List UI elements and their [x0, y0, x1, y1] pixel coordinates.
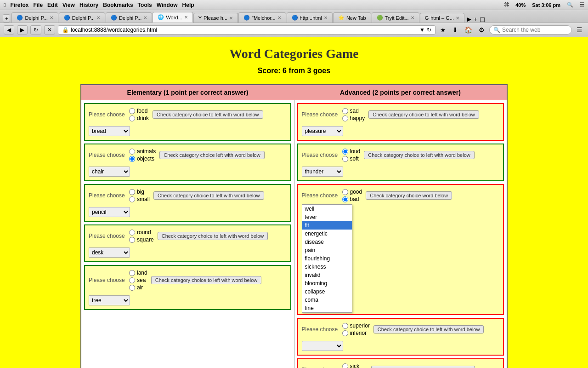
adv-q5-check-btn[interactable]: Check category choice eft with word belo…	[371, 366, 475, 368]
adv-q1-check-btn[interactable]: Check category choice to left with word …	[368, 110, 479, 119]
adv-q2-radio-loud[interactable]	[342, 149, 348, 155]
elem-q1-select[interactable]: bread butter	[89, 126, 130, 136]
adv-q3-dropdown[interactable]: well fever fit energetic disease pain fl…	[302, 204, 352, 313]
elem-q4-select[interactable]: desk	[89, 247, 130, 258]
elem-q5-option-air[interactable]: air	[129, 284, 147, 291]
settings-icon[interactable]: ⚙	[477, 25, 486, 34]
elem-q1-radio-food[interactable]	[129, 108, 135, 114]
adv-q4-check-btn[interactable]: Check category choice to left with word …	[373, 325, 484, 334]
elem-q3-option-big[interactable]: big	[129, 189, 150, 195]
elem-q3-radio-big[interactable]	[129, 189, 135, 195]
tab-close-0[interactable]: ✕	[50, 15, 53, 20]
elem-q3-radio-small[interactable]	[129, 196, 135, 202]
elem-q4-option-round[interactable]: round	[129, 229, 154, 236]
stop-button[interactable]: ✕	[44, 25, 55, 34]
tab-8[interactable]: 🟢 Tryit Edit... ✕	[372, 12, 419, 23]
tab-2[interactable]: 🔵 Delphi P... ✕	[106, 12, 152, 23]
menu-bookmarks[interactable]: Bookmarks	[103, 2, 133, 8]
adv-q1-option-sad[interactable]: sad	[342, 108, 365, 114]
adv-q4-radio-inferior[interactable]	[342, 330, 348, 336]
elem-q3-check-btn[interactable]: Check category choice to left with word …	[153, 191, 264, 200]
elem-q2-radio-animals[interactable]	[129, 149, 135, 155]
elem-q5-check-btn[interactable]: Check category choice to left with word …	[151, 276, 262, 284]
adv-q3-option-bad[interactable]: bad	[342, 196, 362, 202]
elem-q2-option-animals[interactable]: animals	[129, 148, 156, 155]
menu-help[interactable]: Help	[182, 2, 194, 8]
elem-q5-radio-sea[interactable]	[129, 277, 135, 283]
dropdown-item-disease[interactable]: disease	[302, 238, 352, 246]
elem-q5-radio-land[interactable]	[129, 270, 135, 276]
address-bar[interactable]: 🔒 localhost:8888/wordcategories.html ▼ ↻	[58, 25, 435, 34]
tab-6[interactable]: 🔵 http...html ✕	[287, 12, 333, 23]
adv-q2-radio-soft[interactable]	[342, 156, 348, 162]
adv-q1-option-happy[interactable]: happy	[342, 115, 365, 121]
menu-edit[interactable]: Edit	[47, 2, 58, 8]
tab-close-4[interactable]: ✕	[229, 16, 233, 21]
adv-q4-select[interactable]	[302, 341, 343, 351]
adv-q5-radio-sick[interactable]	[342, 363, 348, 368]
dropdown-item-invalid[interactable]: invalid	[302, 271, 352, 279]
menu-firefox[interactable]: Firefox	[10, 2, 28, 8]
elem-q1-option-drink[interactable]: drink	[129, 115, 149, 121]
elem-q1-option-food[interactable]: food	[129, 108, 149, 114]
elem-q4-option-square[interactable]: square	[129, 236, 154, 243]
adv-q5-option-sick[interactable]: sick	[342, 363, 368, 368]
tab-4[interactable]: Y Please h... ✕	[193, 13, 238, 23]
dropdown-item-pain[interactable]: pain	[302, 246, 352, 254]
dropdown-item-fit[interactable]: fit	[302, 221, 352, 230]
elem-q5-radio-air[interactable]	[129, 285, 135, 291]
new-tab-button[interactable]: +	[3, 14, 10, 23]
elem-q1-check-btn[interactable]: Check category choice to left with word …	[153, 110, 263, 119]
adv-q2-check-btn[interactable]: Check category choice to left with word …	[364, 151, 475, 159]
elem-q2-check-btn[interactable]: Check category choice left with word bel…	[159, 151, 264, 159]
new-tab-plus[interactable]: +	[474, 16, 477, 23]
elem-q5-option-sea[interactable]: sea	[129, 277, 147, 283]
elem-q5-option-land[interactable]: land	[129, 270, 147, 276]
elem-q3-option-small[interactable]: small	[129, 196, 150, 202]
adv-q3-option-good[interactable]: good	[342, 189, 362, 195]
menu-hamburger-icon[interactable]: ☰	[575, 25, 584, 34]
tab-3[interactable]: 🌐 Word... ✕	[153, 12, 192, 23]
adv-q2-option-loud[interactable]: loud	[342, 148, 361, 155]
search-icon[interactable]: 🔍	[567, 2, 573, 8]
menu-tools[interactable]: Tools	[138, 2, 152, 8]
adv-q1-radio-sad[interactable]	[342, 108, 348, 114]
elem-q3-select[interactable]: pencil	[89, 207, 130, 217]
tab-7[interactable]: ⭐ New Tab	[333, 12, 371, 23]
adv-q2-option-soft[interactable]: soft	[342, 155, 361, 162]
menu-history[interactable]: History	[79, 2, 98, 8]
tab-close-5[interactable]: ✕	[277, 15, 281, 20]
dropdown-arrow[interactable]: ▼	[419, 27, 425, 33]
elem-q4-check-btn[interactable]: Check category choice to left with word …	[158, 232, 268, 240]
restore-icon[interactable]: ▢	[480, 16, 485, 23]
elem-q2-radio-objects[interactable]	[129, 156, 135, 162]
dropdown-item-blooming[interactable]: blooming	[302, 279, 352, 288]
dropdown-item-energetic[interactable]: energetic	[302, 230, 352, 238]
tab-close-6[interactable]: ✕	[324, 15, 328, 20]
dropdown-item-coma[interactable]: coma	[302, 296, 352, 304]
tab-close-8[interactable]: ✕	[411, 15, 414, 20]
adv-q4-option-inferior[interactable]: inferior	[342, 330, 370, 336]
tab-close-2[interactable]: ✕	[143, 15, 147, 20]
tab-9[interactable]: G html – G... ✕	[420, 13, 464, 23]
reload-button[interactable]: ↻	[30, 25, 41, 34]
elem-q5-select[interactable]: tree	[89, 295, 130, 305]
refresh-icon[interactable]: ↻	[427, 27, 431, 33]
tab-5[interactable]: 🔵 "Melchor... ✕	[238, 12, 286, 23]
dropdown-item-sickness[interactable]: sickness	[302, 263, 352, 271]
adv-q3-radio-good[interactable]	[342, 189, 348, 195]
adv-q2-select[interactable]: thunder	[302, 167, 343, 177]
dropdown-item-well[interactable]: well	[302, 205, 352, 213]
tab-close-9[interactable]: ✕	[456, 16, 459, 21]
elem-q4-radio-square[interactable]	[129, 237, 135, 243]
adv-q4-radio-superior[interactable]	[342, 323, 348, 329]
home-icon[interactable]: 🏠	[463, 25, 474, 34]
bookmark-star-icon[interactable]: ★	[438, 25, 448, 34]
dropdown-item-flourishing[interactable]: flourishing	[302, 254, 352, 263]
tab-1[interactable]: 🔵 Delphi P... ✕	[59, 12, 105, 23]
adv-q1-radio-happy[interactable]	[342, 115, 348, 121]
elem-q2-select[interactable]: chair	[89, 167, 130, 177]
menu-view[interactable]: View	[62, 2, 75, 8]
search-bar[interactable]: 🔍	[489, 25, 572, 34]
back-button[interactable]: ◀	[4, 25, 14, 34]
